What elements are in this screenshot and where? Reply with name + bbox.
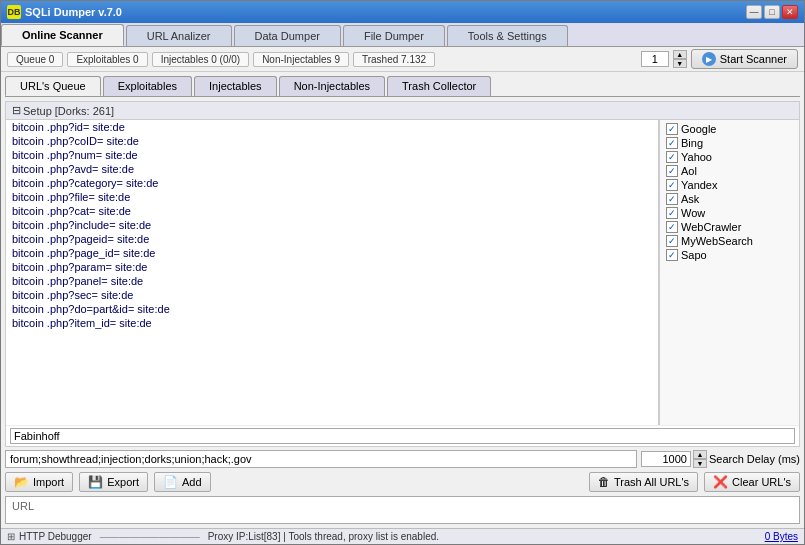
dork-item[interactable]: bitcoin .php?pageid= site:de (6, 232, 658, 246)
action-row: 📂 Import 💾 Export 📄 Add 🗑 Trash All URL'… (5, 472, 800, 492)
sub-tab-trash-collector[interactable]: Trash Collector (387, 76, 491, 96)
dork-item[interactable]: bitcoin .php?page_id= site:de (6, 246, 658, 260)
setup-body: bitcoin .php?id= site:debitcoin .php?coI… (6, 120, 799, 425)
dork-item[interactable]: bitcoin .php?include= site:de (6, 218, 658, 232)
delay-up-button[interactable]: ▲ (693, 450, 707, 459)
dork-item[interactable]: bitcoin .php?param= site:de (6, 260, 658, 274)
title-bar-left: DB SQLi Dumper v.7.0 (7, 5, 122, 19)
clear-all-button[interactable]: ❌ Clear URL's (704, 472, 800, 492)
add-button[interactable]: 📄 Add (154, 472, 211, 492)
setup-header: ⊟ Setup [Dorks: 261] (6, 102, 799, 120)
engine-label: Sapo (681, 249, 707, 261)
engine-label: Google (681, 123, 716, 135)
status-non-injectables: Non-Injectables 9 (253, 52, 349, 67)
dork-item[interactable]: bitcoin .php?panel= site:de (6, 274, 658, 288)
count-up-button[interactable]: ▲ (673, 50, 687, 59)
engine-label: WebCrawler (681, 221, 741, 233)
minimize-button[interactable]: — (746, 5, 762, 19)
dork-item[interactable]: bitcoin .php?id= site:de (6, 120, 658, 134)
sub-tabs: URL's Queue Exploitables Injectables Non… (5, 76, 800, 97)
status-right: ▲ ▼ ▶ Start Scanner (641, 49, 798, 69)
delay-input[interactable] (641, 451, 691, 467)
engine-checkbox[interactable]: ✓ (666, 221, 678, 233)
engine-item: ✓ Sapo (664, 248, 795, 262)
engine-checkbox[interactable]: ✓ (666, 137, 678, 149)
engine-checkbox[interactable]: ✓ (666, 151, 678, 163)
tab-tools-settings[interactable]: Tools & Settings (447, 25, 568, 46)
add-icon: 📄 (163, 475, 178, 489)
status-trashed: Trashed 7.132 (353, 52, 435, 67)
dork-search-input[interactable] (5, 450, 637, 468)
engines-panel: ✓ Google ✓ Bing ✓ Yahoo ✓ Aol ✓ Yandex ✓… (659, 120, 799, 425)
engine-checkbox[interactable]: ✓ (666, 193, 678, 205)
engine-checkbox[interactable]: ✓ (666, 165, 678, 177)
bottom-bar: ⊞ HTTP Debugger —————————— Proxy IP:List… (1, 528, 804, 544)
engine-checkbox[interactable]: ✓ (666, 235, 678, 247)
engine-label: Wow (681, 207, 705, 219)
status-exploitables: Exploitables 0 (67, 52, 147, 67)
delay-spinner: ▲ ▼ (693, 450, 707, 468)
sub-tab-exploitables[interactable]: Exploitables (103, 76, 192, 96)
dork-item[interactable]: bitcoin .php?coID= site:de (6, 134, 658, 148)
engine-label: Yandex (681, 179, 718, 191)
dork-item[interactable]: bitcoin .php?num= site:de (6, 148, 658, 162)
close-button[interactable]: ✕ (782, 5, 798, 19)
dork-item[interactable]: bitcoin .php?item_id= site:de (6, 316, 658, 330)
export-button[interactable]: 💾 Export (79, 472, 148, 492)
dorks-list: bitcoin .php?id= site:debitcoin .php?coI… (6, 120, 659, 425)
engine-item: ✓ MyWebSearch (664, 234, 795, 248)
separator: —————————— (100, 531, 200, 542)
engine-checkbox[interactable]: ✓ (666, 249, 678, 261)
tab-file-dumper[interactable]: File Dumper (343, 25, 445, 46)
engine-label: Ask (681, 193, 699, 205)
count-spinner: ▲ ▼ (673, 50, 687, 68)
http-debugger: ⊞ HTTP Debugger (7, 531, 92, 542)
engine-label: Yahoo (681, 151, 712, 163)
fabinhoff-input[interactable] (10, 428, 795, 444)
title-bar: DB SQLi Dumper v.7.0 — □ ✕ (1, 1, 804, 23)
expand-icon[interactable]: ⊞ (7, 531, 15, 542)
dork-item[interactable]: bitcoin .php?avd= site:de (6, 162, 658, 176)
engine-item: ✓ Wow (664, 206, 795, 220)
clear-icon: ❌ (713, 475, 728, 489)
start-scanner-button[interactable]: ▶ Start Scanner (691, 49, 798, 69)
dork-item[interactable]: bitcoin .php?category= site:de (6, 176, 658, 190)
maximize-button[interactable]: □ (764, 5, 780, 19)
dork-item[interactable]: bitcoin .php?sec= site:de (6, 288, 658, 302)
http-debugger-label: HTTP Debugger (19, 531, 92, 542)
bytes-info[interactable]: 0 Bytes (765, 531, 798, 542)
trash-all-button[interactable]: 🗑 Trash All URL's (589, 472, 698, 492)
delay-down-button[interactable]: ▼ (693, 459, 707, 468)
url-display: URL (5, 496, 800, 524)
collapse-icon[interactable]: ⊟ (12, 104, 21, 117)
tab-online-scanner[interactable]: Online Scanner (1, 24, 124, 46)
import-icon: 📂 (14, 475, 29, 489)
status-queue: Queue 0 (7, 52, 63, 67)
engine-checkbox[interactable]: ✓ (666, 123, 678, 135)
main-window: DB SQLi Dumper v.7.0 — □ ✕ Online Scanne… (0, 0, 805, 545)
sub-tab-injectables[interactable]: Injectables (194, 76, 277, 96)
count-input[interactable] (641, 51, 669, 67)
delay-row: ▲ ▼ Search Delay (ms) (641, 450, 800, 468)
sub-tab-non-injectables[interactable]: Non-Injectables (279, 76, 385, 96)
dork-item[interactable]: bitcoin .php?do=part&id= site:de (6, 302, 658, 316)
dorks-listbox[interactable]: bitcoin .php?id= site:debitcoin .php?coI… (6, 120, 659, 425)
engine-label: Bing (681, 137, 703, 149)
status-injectables: Injectables 0 (0/0) (152, 52, 250, 67)
count-down-button[interactable]: ▼ (673, 59, 687, 68)
sub-tab-urls-queue[interactable]: URL's Queue (5, 76, 101, 96)
dork-item[interactable]: bitcoin .php?file= site:de (6, 190, 658, 204)
import-button[interactable]: 📂 Import (5, 472, 73, 492)
delay-label: Search Delay (ms) (709, 453, 800, 465)
content-area: URL's Queue Exploitables Injectables Non… (1, 72, 804, 528)
engine-checkbox[interactable]: ✓ (666, 207, 678, 219)
tab-url-analizer[interactable]: URL Analizer (126, 25, 232, 46)
status-bar: Queue 0 Exploitables 0 Injectables 0 (0/… (1, 47, 804, 72)
setup-title: Setup [Dorks: 261] (23, 105, 114, 117)
engine-label: MyWebSearch (681, 235, 753, 247)
engine-item: ✓ Google (664, 122, 795, 136)
dork-item[interactable]: bitcoin .php?cat= site:de (6, 204, 658, 218)
engine-checkbox[interactable]: ✓ (666, 179, 678, 191)
tab-data-dumper[interactable]: Data Dumper (234, 25, 341, 46)
trash-icon: 🗑 (598, 475, 610, 489)
